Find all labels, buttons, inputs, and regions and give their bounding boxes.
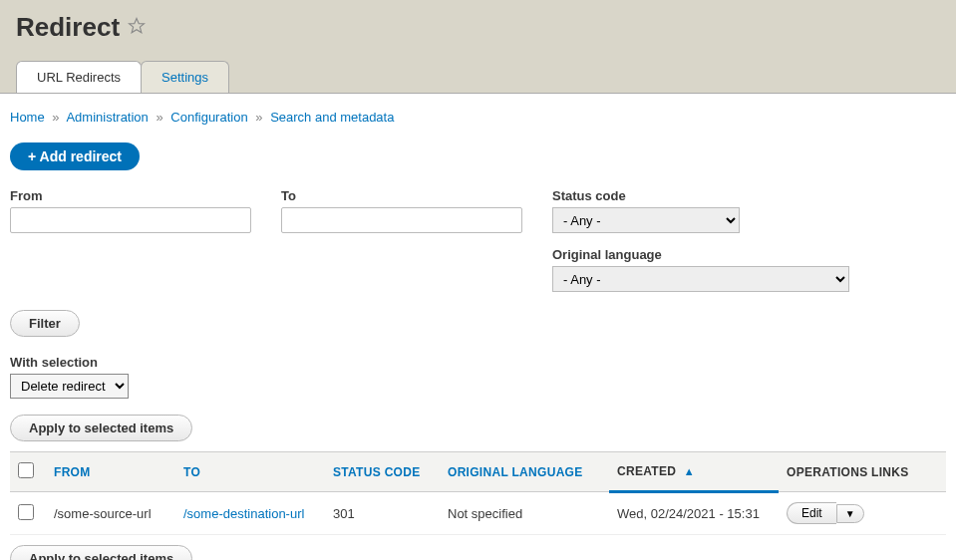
breadcrumb-admin[interactable]: Administration [66, 110, 148, 125]
breadcrumb: Home » Administration » Configuration » … [10, 110, 946, 125]
to-input[interactable] [281, 207, 522, 233]
breadcrumb-search[interactable]: Search and metadata [270, 110, 394, 125]
col-to-link[interactable]: TO [183, 465, 200, 479]
tab-settings[interactable]: Settings [141, 61, 229, 93]
from-label: From [10, 188, 251, 203]
cell-created: Wed, 02/24/2021 - 15:31 [609, 492, 779, 535]
lang-label: Original language [552, 247, 849, 262]
to-label: To [281, 188, 522, 203]
cell-to: /some-destination-url [175, 492, 325, 535]
apply-row-top: Apply to selected items [10, 415, 946, 441]
status-select[interactable]: - Any - [552, 207, 740, 233]
filter-to: To [281, 188, 522, 292]
filter-button-row: Filter [10, 310, 946, 337]
chevron-down-icon: ▼ [845, 508, 855, 519]
ops-dropdown-button[interactable]: ▼ [836, 504, 864, 523]
table-row: /some-source-url /some-destination-url 3… [10, 492, 946, 535]
tabs: URL Redirects Settings [16, 61, 940, 93]
select-all-checkbox[interactable] [18, 462, 34, 478]
row-checkbox[interactable] [18, 504, 34, 520]
cell-ops: Edit ▼ [779, 492, 946, 535]
lang-select[interactable]: - Any - [552, 266, 849, 292]
col-status: STATUS CODE [325, 452, 440, 492]
filter-from: From [10, 188, 251, 292]
content: Home » Administration » Configuration » … [0, 94, 956, 560]
cell-lang: Not specified [440, 492, 609, 535]
cell-from: /some-source-url [46, 492, 175, 535]
apply-row-bottom: Apply to selected items [10, 545, 946, 560]
col-checkbox [10, 452, 46, 492]
col-status-link[interactable]: STATUS CODE [333, 465, 421, 479]
ops-group: Edit ▼ [787, 502, 864, 524]
table-header-row: FROM TO STATUS CODE ORIGINAL LANGUAGE CR… [10, 452, 946, 492]
add-redirect-button[interactable]: + Add redirect [10, 142, 140, 170]
apply-button-bottom[interactable]: Apply to selected items [10, 545, 192, 560]
col-to: TO [175, 452, 325, 492]
bulk-label: With selection [10, 355, 946, 370]
redirects-table: FROM TO STATUS CODE ORIGINAL LANGUAGE CR… [10, 451, 946, 535]
col-from: FROM [46, 452, 175, 492]
bulk-select[interactable]: Delete redirect [10, 374, 129, 399]
col-created-label[interactable]: CREATED [617, 464, 676, 478]
svg-marker-0 [130, 19, 145, 33]
filter-button[interactable]: Filter [10, 310, 80, 337]
row-to-link[interactable]: /some-destination-url [183, 506, 304, 521]
from-input[interactable] [10, 207, 251, 233]
title-row: Redirect [16, 12, 940, 43]
cell-checkbox [10, 492, 46, 535]
header-area: Redirect URL Redirects Settings [0, 0, 956, 94]
col-created: CREATED ▲ [609, 452, 779, 492]
col-ops: OPERATIONS LINKS [779, 452, 946, 492]
filter-right-col: Status code - Any - Original language - … [552, 188, 849, 292]
breadcrumb-sep: » [255, 110, 262, 125]
breadcrumb-config[interactable]: Configuration [170, 110, 247, 125]
breadcrumb-sep: » [52, 110, 59, 125]
filter-status: Status code - Any - [552, 188, 849, 233]
status-label: Status code [552, 188, 849, 203]
edit-button[interactable]: Edit [787, 502, 836, 524]
filters: From To Status code - Any - Original lan… [10, 188, 946, 292]
breadcrumb-sep: » [156, 110, 162, 125]
page-title: Redirect [16, 12, 120, 43]
sort-asc-icon: ▲ [684, 465, 695, 477]
star-icon[interactable] [128, 17, 146, 38]
col-lang-link[interactable]: ORIGINAL LANGUAGE [448, 465, 583, 479]
apply-button-top[interactable]: Apply to selected items [10, 415, 192, 441]
cell-status: 301 [325, 492, 440, 535]
col-from-link[interactable]: FROM [54, 465, 91, 479]
breadcrumb-home[interactable]: Home [10, 110, 45, 125]
filter-lang: Original language - Any - [552, 247, 849, 292]
tab-url-redirects[interactable]: URL Redirects [16, 61, 142, 93]
col-lang: ORIGINAL LANGUAGE [440, 452, 609, 492]
